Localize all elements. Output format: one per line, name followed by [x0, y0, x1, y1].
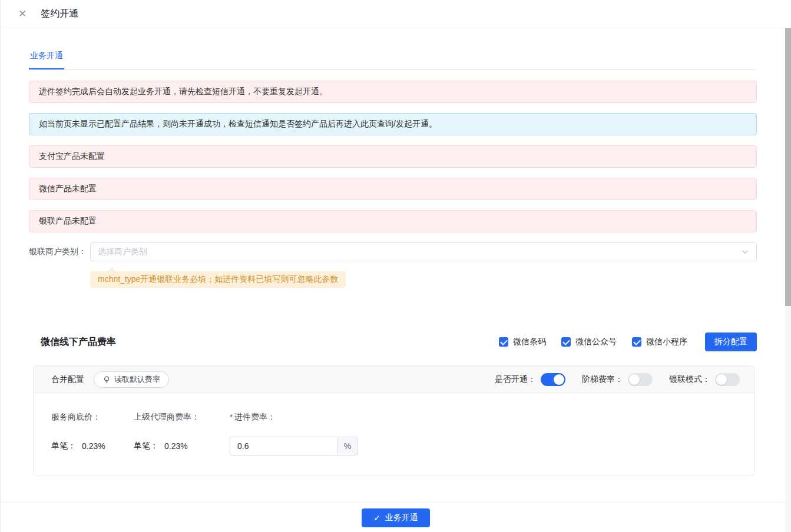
toggle-label: 阶梯费率：	[582, 374, 623, 385]
alert-unionpay-not-configured: 银联产品未配置	[29, 210, 757, 232]
provider-floor-price-value: 单笔： 0.23%	[51, 437, 134, 455]
checkbox-label: 微信小程序	[646, 337, 687, 347]
drawer-content: 业务开通 进件签约完成后会自动发起业务开通，请先检查短信开通，不要重复发起开通。…	[1, 51, 791, 476]
scrollbar-track[interactable]	[785, 28, 791, 532]
unionpay-mode-switch[interactable]	[715, 373, 740, 386]
alert-text: 支付宝产品未配置	[39, 151, 105, 162]
merged-rate-config-card: 合并配置 读取默认费率 是否开通：	[33, 365, 754, 476]
required-mark: *	[230, 413, 233, 421]
wechat-rate-section-header: 微信线下产品费率 微信条码 微信公众号 微信小程序 拆分配置	[29, 332, 757, 351]
mchnt-type-tooltip: mchnt_type开通银联业务必填；如进件资料已填写则可忽略此参数	[90, 271, 346, 288]
parent-agent-rate-value: 单笔： 0.23%	[134, 437, 230, 455]
alert-wechat-not-configured: 微信产品未配置	[29, 178, 757, 200]
alert-auto-activation-notice: 进件签约完成后会自动发起业务开通，请先检查短信开通，不要重复发起开通。	[29, 81, 757, 103]
switch-knob	[629, 374, 640, 385]
check-icon: ✓	[373, 513, 380, 523]
button-label: 业务开通	[385, 513, 418, 523]
alert-check-result-notice: 如当前页未显示已配置产品结果，则尚未开通成功，检查短信通知是否签约产品后再进入此…	[29, 113, 757, 135]
section-title: 微信线下产品费率	[29, 336, 116, 348]
checkbox-checked-icon	[561, 337, 571, 347]
unionpay-merchant-type-label: 银联商户类别：	[29, 247, 90, 257]
rate-card-header: 合并配置 读取默认费率 是否开通：	[34, 366, 754, 393]
unionpay-merchant-type-row: 银联商户类别： 选择商户类别	[29, 242, 757, 261]
per-transaction-label: 单笔：	[134, 441, 158, 451]
alert-text: 微信产品未配置	[39, 184, 97, 194]
incoming-rate-input[interactable]	[230, 437, 337, 455]
scrollbar-thumb[interactable]	[785, 28, 791, 306]
enable-switch[interactable]	[541, 373, 565, 386]
rate-toggles: 是否开通： 阶梯费率： 银联模式：	[495, 373, 740, 386]
rate-value: 0.23%	[164, 441, 188, 451]
alert-text: 进件签约完成后会自动发起业务开通，请先检查短信开通，不要重复发起开通。	[39, 87, 327, 97]
rate-card-body: 服务商底价： 上级代理商费率： *进件费率： 单笔： 0.23% 单笔： 0.2…	[34, 393, 754, 476]
switch-knob	[554, 374, 564, 385]
lightbulb-icon	[102, 375, 111, 384]
tab-business-activation[interactable]: 业务开通	[29, 51, 64, 69]
checkbox-wechat-barcode[interactable]: 微信条码	[499, 337, 546, 347]
checkbox-checked-icon	[632, 337, 641, 347]
drawer-header: ✕ 签约开通	[1, 0, 791, 28]
toggle-label: 是否开通：	[495, 374, 536, 385]
tooltip-text: mchnt_type开通银联业务必填；如进件资料已填写则可忽略此参数	[98, 274, 338, 284]
select-placeholder: 选择商户类别	[98, 247, 741, 257]
button-label: 读取默认费率	[114, 374, 160, 385]
rate-value: 0.23%	[82, 441, 105, 451]
page-title: 签约开通	[41, 8, 78, 20]
toggle-row-unionpay-mode: 银联模式：	[669, 373, 740, 386]
alert-text: 如当前页未显示已配置产品结果，则尚未开通成功，检查短信通知是否签约产品后再进入此…	[39, 119, 437, 129]
per-transaction-label: 单笔：	[51, 441, 76, 451]
label-text: 进件费率：	[234, 412, 276, 421]
alert-alipay-not-configured: 支付宝产品未配置	[29, 145, 757, 168]
tab-bar: 业务开通	[29, 51, 757, 70]
signing-activation-drawer: ✕ 签约开通 业务开通 进件签约完成后会自动发起业务开通，请先检查短信开通，不要…	[0, 0, 791, 532]
percent-addon: %	[337, 437, 358, 455]
wechat-product-options: 微信条码 微信公众号 微信小程序 拆分配置	[499, 332, 757, 351]
rate-input-group: %	[230, 437, 358, 455]
toggle-row-tiered-rate: 阶梯费率：	[582, 373, 653, 386]
merge-config-label: 合并配置	[51, 374, 84, 385]
incoming-rate-label: *进件费率：	[230, 412, 736, 423]
incoming-rate-field: %	[230, 437, 736, 455]
chevron-down-icon	[741, 248, 749, 256]
provider-floor-price-label: 服务商底价：	[51, 412, 134, 423]
business-activation-submit-button[interactable]: ✓ 业务开通	[362, 508, 430, 527]
unionpay-merchant-type-select[interactable]: 选择商户类别	[90, 242, 757, 261]
checkbox-label: 微信公众号	[575, 337, 617, 347]
toggle-label: 银联模式：	[669, 374, 710, 385]
close-icon[interactable]: ✕	[18, 9, 27, 19]
tiered-rate-switch[interactable]	[628, 373, 653, 386]
read-default-rate-button[interactable]: 读取默认费率	[94, 371, 169, 388]
parent-agent-rate-label: 上级代理商费率：	[134, 412, 230, 423]
toggle-row-enable: 是否开通：	[495, 373, 565, 386]
checkbox-wechat-miniprogram[interactable]: 微信小程序	[632, 337, 687, 347]
split-config-button[interactable]: 拆分配置	[705, 332, 757, 351]
checkbox-label: 微信条码	[513, 337, 546, 347]
switch-knob	[716, 374, 727, 385]
drawer-footer: ✓ 业务开通	[1, 502, 791, 532]
alert-text: 银联产品未配置	[39, 216, 97, 227]
checkbox-wechat-official-account[interactable]: 微信公众号	[561, 337, 617, 347]
checkbox-checked-icon	[499, 337, 508, 347]
